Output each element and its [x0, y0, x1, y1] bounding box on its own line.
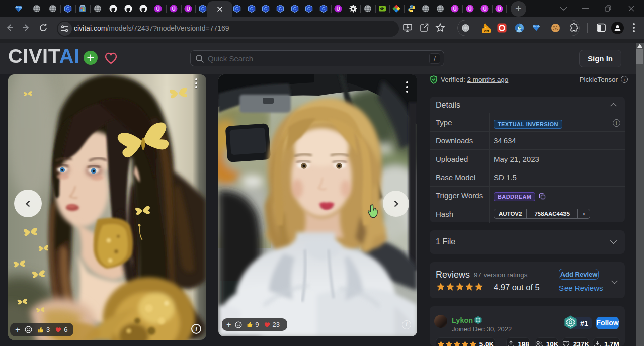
svg-text:C: C: [201, 6, 205, 11]
svg-text:Û: Û: [468, 6, 471, 12]
svg-text:C: C: [250, 6, 254, 11]
svg-text:off: off: [484, 29, 489, 33]
svg-text:Û: Û: [336, 6, 340, 12]
svg-text:Û: Û: [482, 6, 486, 12]
svg-text:C: C: [66, 6, 70, 11]
svg-text:Û: Û: [186, 6, 190, 12]
svg-text:C: C: [279, 6, 282, 11]
svg-text:C: C: [322, 6, 326, 11]
svg-text:C: C: [293, 6, 297, 11]
svg-text:Û: Û: [453, 6, 456, 12]
svg-text:C: C: [264, 6, 268, 11]
svg-text:C: C: [235, 6, 239, 11]
svg-text:C: C: [307, 6, 311, 11]
svg-text:Û: Û: [497, 6, 501, 12]
svg-text:Û: Û: [172, 6, 175, 12]
svg-text:Û: Û: [156, 6, 159, 12]
